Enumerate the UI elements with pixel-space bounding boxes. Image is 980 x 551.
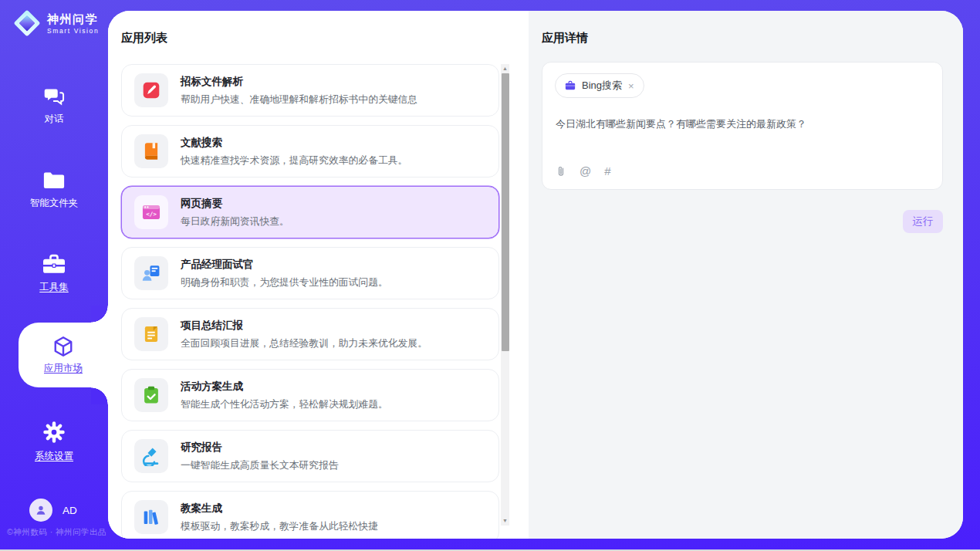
app-name: 教案生成 bbox=[181, 502, 378, 516]
app-icon-box: </> bbox=[134, 195, 168, 229]
hash-icon[interactable]: # bbox=[604, 164, 610, 177]
app-description: 智能生成个性化活动方案，轻松解决规划难题。 bbox=[181, 398, 388, 411]
list-item[interactable]: 项目总结汇报 全面回顾项目进展，总结经验教训，助力未来优化发展。 bbox=[121, 308, 499, 360]
run-button[interactable]: 运行 bbox=[903, 210, 943, 233]
app-icon-box bbox=[134, 134, 168, 168]
app-list-items: 招标文件解析 帮助用户快速、准确地理解和解析招标书中的关键信息 文献搜索 快速精… bbox=[121, 64, 499, 539]
app-description: 明确身份和职责，为您提供专业性的面试问题。 bbox=[181, 276, 388, 289]
folder-icon bbox=[42, 171, 66, 191]
scrollbar-up-arrow[interactable]: ▲ bbox=[501, 64, 509, 73]
mention-icon[interactable]: @ bbox=[580, 164, 591, 177]
app-detail-panel: 应用详情 Bing搜索 × 今日湖北有哪些新闻要点？有哪些需要关注的最新政策？ bbox=[529, 11, 963, 539]
brand-name: 神州问学 bbox=[47, 12, 99, 26]
app-list-title: 应用列表 bbox=[121, 31, 167, 46]
tool-tag-bing-search[interactable]: Bing搜索 × bbox=[555, 73, 644, 98]
brand-tagline: Smart Vision bbox=[47, 27, 99, 35]
app-icon-box bbox=[134, 439, 168, 473]
app-detail-title: 应用详情 bbox=[542, 31, 588, 46]
brand-logo: 神州问学 Smart Vision bbox=[12, 8, 99, 38]
sidebar-item-label: 应用市场 bbox=[44, 362, 83, 375]
app-window: 神州问学 Smart Vision 对话 智能文件夹 bbox=[0, 0, 980, 551]
diamond-logo-icon bbox=[12, 8, 42, 38]
browser-code-icon: </> bbox=[141, 202, 161, 222]
cube-icon bbox=[52, 335, 75, 358]
sidebar-item-chat[interactable]: 对话 bbox=[0, 86, 108, 126]
sidebar-item-label: 智能文件夹 bbox=[30, 197, 79, 210]
app-icon-box bbox=[134, 317, 168, 351]
list-item[interactable]: 文献搜索 快速精准查找学术资源，提高研究效率的必备工具。 bbox=[121, 125, 499, 177]
tag-close-icon[interactable]: × bbox=[627, 81, 635, 91]
list-item[interactable]: 研究报告 一键智能生成高质量长文本研究报告 bbox=[121, 430, 499, 482]
app-description: 快速精准查找学术资源，提高研究效率的必备工具。 bbox=[181, 154, 407, 167]
svg-text:</>: </> bbox=[146, 211, 157, 218]
sidebar-item-toolset[interactable]: 工具集 bbox=[0, 254, 108, 294]
app-description: 每日政府新闻资讯快查。 bbox=[181, 215, 289, 228]
composer-toolbar: @ # bbox=[556, 164, 611, 177]
scrollbar-down-arrow[interactable]: ▼ bbox=[501, 516, 509, 526]
app-description: 全面回顾项目进展，总结经验教训，助力未来优化发展。 bbox=[181, 337, 427, 350]
app-description: 一键智能生成高质量长文本研究报告 bbox=[181, 459, 339, 472]
tool-tag-label: Bing搜索 bbox=[582, 79, 622, 93]
app-name: 研究报告 bbox=[181, 441, 339, 455]
compose-card: Bing搜索 × 今日湖北有哪些新闻要点？有哪些需要关注的最新政策？ @ # bbox=[542, 62, 943, 190]
paperclip-icon[interactable] bbox=[556, 165, 566, 177]
scrollbar[interactable]: ▲ ▼ bbox=[501, 64, 509, 526]
user-account[interactable]: AD bbox=[29, 499, 77, 522]
sidebar: 神州问学 Smart Vision 对话 智能文件夹 bbox=[0, 0, 108, 551]
person-icon bbox=[34, 503, 48, 517]
avatar bbox=[29, 499, 52, 522]
microscope-icon bbox=[141, 446, 161, 466]
books-icon bbox=[141, 507, 161, 527]
app-list-panel: 应用列表 招标文件解析 帮助用户快速、准确地理解和解析招标书中的关键信息 文献搜… bbox=[108, 11, 529, 539]
prompt-input[interactable]: 今日湖北有哪些新闻要点？有哪些需要关注的最新政策？ bbox=[556, 117, 930, 132]
gear-icon bbox=[42, 421, 66, 444]
active-tab-fillet-bottom bbox=[91, 387, 108, 404]
sidebar-item-app-market[interactable]: 应用市场 bbox=[19, 323, 108, 387]
app-description: 帮助用户快速、准确地理解和解析招标书中的关键信息 bbox=[181, 93, 417, 106]
app-icon-box bbox=[134, 500, 168, 534]
note-icon bbox=[141, 324, 161, 344]
list-item[interactable]: 活动方案生成 智能生成个性化活动方案，轻松解决规划难题。 bbox=[121, 369, 499, 421]
toolbox-icon bbox=[42, 254, 66, 275]
sidebar-item-label: 工具集 bbox=[39, 281, 69, 294]
scrollbar-thumb[interactable] bbox=[502, 73, 509, 351]
pen-document-icon bbox=[141, 80, 161, 100]
list-item[interactable]: 产品经理面试官 明确身份和职责，为您提供专业性的面试问题。 bbox=[121, 247, 499, 299]
user-initials: AD bbox=[63, 505, 77, 516]
sidebar-item-label: 对话 bbox=[45, 113, 64, 126]
app-name: 活动方案生成 bbox=[181, 380, 388, 394]
app-name: 网页摘要 bbox=[181, 197, 289, 211]
book-icon bbox=[141, 141, 161, 161]
main-content: 应用列表 招标文件解析 帮助用户快速、准确地理解和解析招标书中的关键信息 文献搜… bbox=[108, 11, 963, 539]
copyright-footer: ©神州数码 · 神州问学出品 bbox=[7, 527, 106, 538]
sidebar-item-smart-folder[interactable]: 智能文件夹 bbox=[0, 171, 108, 210]
list-item[interactable]: </> 网页摘要 每日政府新闻资讯快查。 bbox=[121, 186, 499, 238]
sidebar-item-label: 系统设置 bbox=[35, 450, 73, 463]
app-icon-box bbox=[134, 378, 168, 412]
chat-icon bbox=[42, 86, 66, 106]
sidebar-item-settings[interactable]: 系统设置 bbox=[0, 421, 108, 463]
app-name: 项目总结汇报 bbox=[181, 319, 427, 333]
list-item[interactable]: 教案生成 模板驱动，教案秒成，教学准备从此轻松快捷 bbox=[121, 491, 499, 539]
active-tab-fillet-top bbox=[91, 306, 108, 323]
app-name: 产品经理面试官 bbox=[181, 258, 388, 272]
app-name: 文献搜索 bbox=[181, 136, 407, 150]
app-icon-box bbox=[134, 256, 168, 290]
app-icon-box bbox=[134, 73, 168, 107]
list-item[interactable]: 招标文件解析 帮助用户快速、准确地理解和解析招标书中的关键信息 bbox=[121, 64, 499, 117]
briefcase-icon bbox=[564, 79, 576, 92]
app-description: 模板驱动，教案秒成，教学准备从此轻松快捷 bbox=[181, 520, 378, 533]
app-name: 招标文件解析 bbox=[181, 75, 417, 89]
interviewer-icon bbox=[141, 263, 161, 283]
clipboard-check-icon bbox=[141, 385, 161, 405]
